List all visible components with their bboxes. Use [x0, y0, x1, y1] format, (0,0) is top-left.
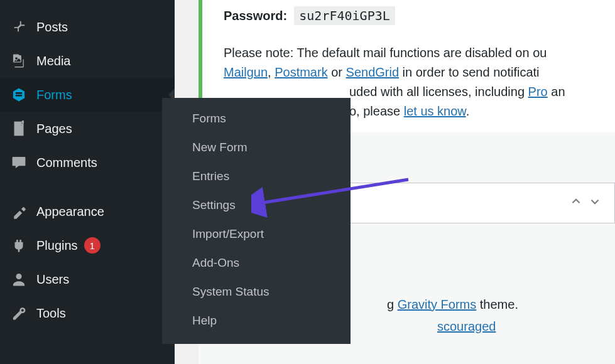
- sidebar-item-label: Posts: [36, 20, 68, 35]
- submenu-item-label: New Form: [192, 141, 248, 154]
- thumbtack-icon: [10, 19, 28, 35]
- notice-text: in order to send notificati: [399, 65, 539, 79]
- sidebar-item-appearance[interactable]: Appearance: [0, 195, 175, 228]
- chevron-up-icon: [569, 195, 583, 211]
- submenu-forms[interactable]: Forms: [162, 104, 351, 133]
- forms-submenu: Forms New Form Entries Settings Import/E…: [162, 98, 351, 344]
- submenu-import-export[interactable]: Import/Export: [162, 220, 351, 249]
- submenu-item-label: Forms: [192, 112, 226, 125]
- sidebar-item-forms[interactable]: Forms: [0, 78, 175, 112]
- comments-icon: [10, 154, 28, 171]
- submenu-add-ons[interactable]: Add-Ons: [162, 249, 351, 277]
- submenu-item-label: System Status: [192, 285, 269, 298]
- notice-text: ,: [268, 65, 275, 79]
- sidebar-item-label: Pages: [36, 122, 72, 136]
- sidebar-item-label: Comments: [36, 156, 97, 170]
- sidebar-item-label: Users: [36, 272, 69, 287]
- plugins-icon: [10, 237, 28, 254]
- chevron-down-icon: [588, 195, 602, 211]
- admin-sidebar: Posts Media Forms Pages Comments Appeara…: [0, 0, 175, 364]
- sidebar-item-media[interactable]: Media: [0, 44, 175, 78]
- submenu-help[interactable]: Help: [162, 306, 351, 335]
- pages-icon: [10, 120, 28, 137]
- password-label: Password:: [224, 9, 287, 23]
- submenu-item-label: Entries: [192, 169, 229, 183]
- submenu-new-form[interactable]: New Form: [162, 133, 351, 162]
- submenu-item-label: Add-Ons: [192, 256, 239, 269]
- sidebar-item-comments[interactable]: Comments: [0, 146, 175, 179]
- theme-text: g: [387, 297, 398, 311]
- sendgrid-link[interactable]: SendGrid: [346, 65, 400, 79]
- users-icon: [10, 271, 28, 287]
- postmark-link[interactable]: Postmark: [275, 65, 327, 79]
- notice-text: uded with all licenses, including: [349, 85, 528, 99]
- sidebar-item-plugins[interactable]: Plugins 1: [0, 228, 175, 262]
- sidebar-item-pages[interactable]: Pages: [0, 112, 175, 146]
- menu-separator: [0, 179, 175, 195]
- sidebar-item-posts[interactable]: Posts: [0, 10, 175, 44]
- update-badge: 1: [84, 237, 101, 254]
- appearance-icon: [10, 203, 28, 220]
- submenu-entries[interactable]: Entries: [162, 162, 351, 191]
- sidebar-item-label: Plugins: [36, 238, 78, 253]
- notice-text: or: [328, 65, 346, 79]
- tools-icon: [10, 305, 28, 321]
- notice-text: o, please: [349, 104, 404, 118]
- submenu-item-label: Import/Export: [192, 227, 264, 240]
- sidebar-item-label: Appearance: [36, 205, 104, 219]
- mailgun-link[interactable]: Mailgun: [224, 65, 268, 79]
- theme-text: theme.: [476, 297, 518, 311]
- notice-text: .: [466, 104, 470, 118]
- forms-icon: [10, 87, 28, 103]
- sidebar-item-users[interactable]: Users: [0, 262, 175, 296]
- gravity-forms-link[interactable]: Gravity Forms: [398, 297, 477, 311]
- discouraged-link[interactable]: scouraged: [437, 319, 496, 333]
- submenu-settings[interactable]: Settings: [162, 191, 351, 220]
- sidebar-item-label: Tools: [36, 306, 66, 321]
- notice-text: Please note: The default mail functions …: [224, 46, 547, 60]
- password-value: su2rF40iGP3L: [294, 6, 395, 25]
- submenu-item-label: Help: [192, 314, 217, 327]
- sidebar-item-label: Forms: [36, 88, 72, 102]
- pro-link[interactable]: Pro: [528, 85, 548, 99]
- submenu-item-label: Settings: [192, 198, 236, 211]
- media-icon: [10, 53, 28, 69]
- submenu-system-status[interactable]: System Status: [162, 277, 351, 306]
- sidebar-item-tools[interactable]: Tools: [0, 296, 175, 330]
- let-us-know-link[interactable]: let us know: [404, 104, 466, 118]
- sidebar-item-label: Media: [36, 54, 70, 68]
- notice-text: an: [548, 85, 565, 99]
